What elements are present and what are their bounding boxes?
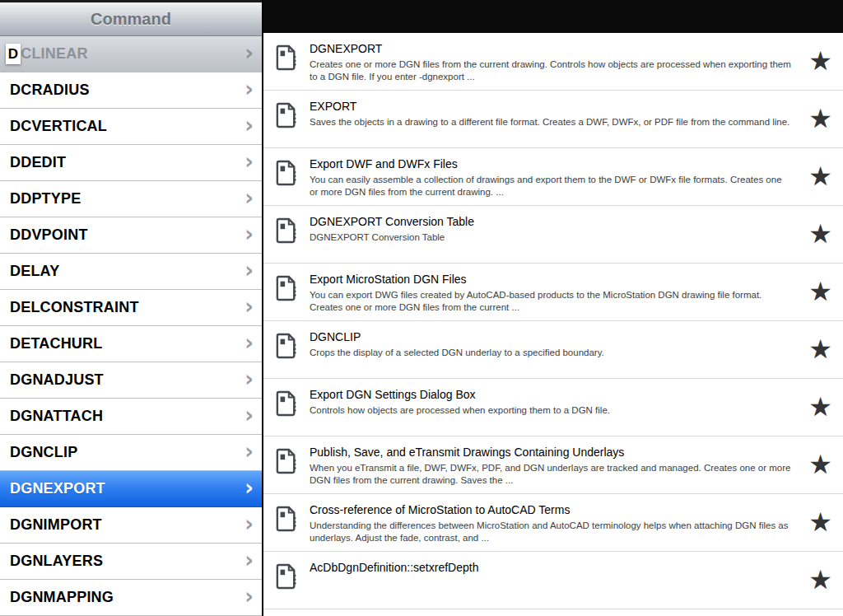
sidebar-item-dgnexport[interactable]: DGNEXPORT › bbox=[0, 471, 262, 507]
result-title: Cross-reference of MicroStation to AutoC… bbox=[310, 503, 792, 516]
sidebar-item-dgnimport[interactable]: DGNIMPORT › bbox=[0, 507, 262, 544]
favorite-star-icon[interactable]: ★ bbox=[808, 278, 832, 305]
sidebar-item-label: DELCONSTRAINT bbox=[10, 299, 245, 316]
chevron-right-icon: › bbox=[245, 259, 254, 281]
result-row[interactable]: Export DWF and DWFx Files You can easily… bbox=[263, 148, 843, 206]
favorite-star-icon[interactable]: ★ bbox=[808, 221, 832, 247]
command-doc-icon bbox=[276, 102, 299, 147]
sidebar-item-label: DELAY bbox=[10, 263, 245, 280]
chevron-right-icon: › bbox=[245, 114, 254, 136]
chevron-right-icon: › bbox=[245, 296, 254, 317]
sidebar-item-label: DGNATTACH bbox=[10, 408, 245, 425]
result-row[interactable]: Publish, Save, and eTransmit Drawings Co… bbox=[263, 436, 843, 494]
command-doc-icon bbox=[276, 563, 299, 609]
sidebar-item-dgnadjust[interactable]: DGNADJUST › bbox=[0, 362, 262, 399]
result-row[interactable]: Cross-reference of MicroStation to AutoC… bbox=[263, 494, 843, 552]
favorite-star-icon[interactable]: ★ bbox=[808, 48, 832, 74]
result-title: Export DWF and DWFx Files bbox=[310, 157, 792, 170]
result-description: Understanding the differences between Mi… bbox=[310, 520, 792, 544]
result-row[interactable]: DGNCLIP Crops the display of a selected … bbox=[263, 321, 843, 379]
results-topbar bbox=[263, 0, 843, 33]
chevron-right-icon: › bbox=[245, 223, 254, 245]
result-row[interactable]: DGNEXPORT Creates one or more DGN files … bbox=[263, 33, 843, 91]
result-description: Controls how objects are processed when … bbox=[310, 404, 792, 417]
chevron-right-icon: › bbox=[245, 332, 254, 353]
result-title: EXPORT bbox=[310, 100, 792, 113]
sidebar-item-ddptype[interactable]: DDPTYPE › bbox=[0, 181, 262, 217]
result-title: Export MicroStation DGN Files bbox=[310, 273, 792, 286]
sidebar-item-ddvpoint[interactable]: DDVPOINT › bbox=[0, 217, 262, 254]
chevron-right-icon: › bbox=[245, 187, 254, 208]
favorite-star-icon[interactable]: ★ bbox=[808, 105, 832, 132]
sidebar-item-delay[interactable]: DELAY › bbox=[0, 254, 262, 290]
command-doc-icon bbox=[276, 506, 299, 551]
command-list: D DCLINEAR › DCRADIUS › DCVERTICAL › DDE… bbox=[0, 36, 262, 616]
favorite-star-icon[interactable]: ★ bbox=[808, 509, 832, 535]
chevron-right-icon: › bbox=[245, 42, 254, 63]
result-title: Export DGN Settings Dialog Box bbox=[310, 388, 792, 401]
sidebar-item-label: DGNMAPPING bbox=[10, 589, 245, 606]
sidebar-item-dclinear[interactable]: D DCLINEAR › bbox=[0, 36, 262, 72]
chevron-right-icon: › bbox=[245, 368, 254, 390]
result-row[interactable]: AcDbDgnDefinition::setxrefDepth ★ bbox=[263, 552, 843, 609]
chevron-right-icon: › bbox=[245, 586, 254, 607]
sidebar-item-dgnattach[interactable]: DGNATTACH › bbox=[0, 399, 262, 435]
sidebar-item-dcradius[interactable]: DCRADIUS › bbox=[0, 72, 262, 109]
sidebar-item-dcvertical[interactable]: DCVERTICAL › bbox=[0, 109, 262, 145]
chevron-right-icon: › bbox=[245, 441, 254, 462]
command-doc-icon bbox=[276, 390, 299, 436]
result-description: Crops the display of a selected DGN unde… bbox=[310, 347, 792, 359]
result-title: Publish, Save, and eTransmit Drawings Co… bbox=[310, 446, 792, 459]
sidebar-item-dgnlayers[interactable]: DGNLAYERS › bbox=[0, 544, 262, 580]
sidebar-item-label: DCVERTICAL bbox=[10, 118, 245, 135]
command-doc-icon bbox=[276, 160, 299, 205]
result-row[interactable]: DGNEXPORT Conversion Table DGNEXPORT Con… bbox=[263, 206, 843, 264]
sidebar-item-label: DDPTYPE bbox=[10, 190, 245, 208]
sidebar-item-label: DGNADJUST bbox=[10, 371, 245, 389]
chevron-right-icon: › bbox=[245, 477, 254, 498]
index-letter-box: D bbox=[6, 44, 21, 64]
result-row[interactable]: Export DGN Settings Dialog Box Controls … bbox=[263, 379, 843, 436]
sidebar-item-label: DDVPOINT bbox=[10, 226, 245, 244]
result-description: You can export DWG files created by Auto… bbox=[310, 289, 792, 314]
results-panel: DGNEXPORT Creates one or more DGN files … bbox=[263, 0, 843, 616]
result-description: Creates one or more DGN files from the c… bbox=[310, 58, 792, 83]
sidebar-item-dgnmapping[interactable]: DGNMAPPING › bbox=[0, 580, 262, 616]
result-description: Saves the objects in a drawing to a diff… bbox=[310, 116, 792, 128]
sidebar-item-label: DETACHURL bbox=[10, 335, 245, 352]
favorite-star-icon[interactable]: ★ bbox=[808, 451, 832, 478]
app: Command D DCLINEAR › DCRADIUS › DCVERTIC… bbox=[0, 0, 843, 616]
chevron-right-icon: › bbox=[245, 549, 254, 571]
chevron-right-icon: › bbox=[245, 78, 254, 100]
favorite-star-icon[interactable]: ★ bbox=[808, 394, 832, 420]
favorite-star-icon[interactable]: ★ bbox=[808, 163, 832, 189]
result-description: When you eTransmit a file, DWF, DWFx, PD… bbox=[310, 462, 792, 487]
result-row[interactable]: Export MicroStation DGN Files You can ex… bbox=[263, 264, 843, 321]
sidebar-item-label: DGNEXPORT bbox=[10, 480, 245, 497]
sidebar-item-delconstraint[interactable]: DELCONSTRAINT › bbox=[0, 290, 262, 326]
result-title: DGNCLIP bbox=[310, 330, 792, 343]
command-doc-icon bbox=[276, 217, 299, 263]
sidebar-item-label: DGNCLIP bbox=[10, 444, 245, 461]
chevron-right-icon: › bbox=[245, 151, 254, 172]
sidebar-item-label: DGNLAYERS bbox=[10, 553, 245, 570]
command-doc-icon bbox=[276, 333, 299, 378]
sidebar-item-detachurl[interactable]: DETACHURL › bbox=[0, 326, 262, 362]
result-description: DGNEXPORT Conversion Table bbox=[310, 231, 792, 244]
result-title: DGNEXPORT bbox=[310, 42, 792, 55]
command-doc-icon bbox=[276, 44, 299, 90]
favorite-star-icon[interactable]: ★ bbox=[808, 567, 832, 593]
sidebar: Command D DCLINEAR › DCRADIUS › DCVERTIC… bbox=[0, 0, 263, 616]
sidebar-item-dgnclip[interactable]: DGNCLIP › bbox=[0, 435, 262, 471]
result-description: You can easily assemble a collection of … bbox=[310, 174, 792, 198]
result-row[interactable]: EXPORT Saves the objects in a drawing to… bbox=[263, 91, 843, 148]
result-title: AcDbDgnDefinition::setxrefDepth bbox=[310, 561, 792, 574]
command-doc-icon bbox=[276, 275, 299, 320]
sidebar-header: Command bbox=[0, 0, 262, 36]
sidebar-item-ddedit[interactable]: DDEDIT › bbox=[0, 145, 262, 181]
favorite-star-icon[interactable]: ★ bbox=[808, 336, 832, 362]
command-doc-icon bbox=[276, 448, 299, 493]
sidebar-item-label: DCRADIUS bbox=[10, 82, 245, 99]
sidebar-item-label: DCLINEAR bbox=[10, 45, 245, 63]
result-title: DGNEXPORT Conversion Table bbox=[310, 215, 792, 228]
